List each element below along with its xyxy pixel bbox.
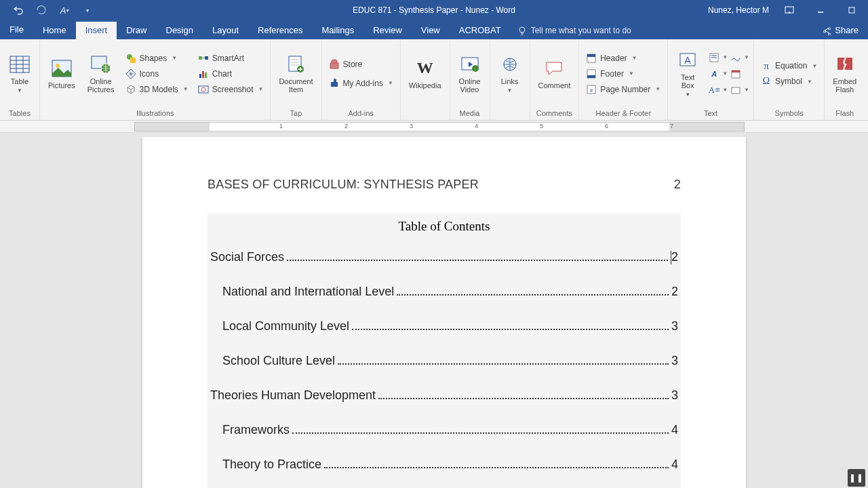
svg-point-3 bbox=[519, 27, 525, 33]
toc-leader-dots bbox=[324, 467, 669, 468]
toc-leader-dots bbox=[378, 398, 669, 399]
qat-overflow-button[interactable]: ▾ bbox=[81, 4, 94, 16]
wordart-icon[interactable]: A bbox=[707, 67, 721, 81]
group-comments: Comment Comments bbox=[530, 39, 580, 120]
chevron-down-icon: ▼ bbox=[183, 86, 189, 92]
chevron-down-icon[interactable]: ▼ bbox=[744, 87, 749, 93]
embed-flash-button[interactable]: Embed Flash bbox=[829, 52, 861, 95]
tab-design[interactable]: Design bbox=[157, 22, 203, 39]
tab-draw[interactable]: Draw bbox=[117, 22, 156, 39]
toc-entry-title: Frameworks bbox=[222, 423, 290, 437]
svg-rect-21 bbox=[202, 71, 204, 78]
group-text: A Text Box ▼ ▼ ▼ A ▼ A≡ ▼ bbox=[668, 39, 754, 120]
links-button[interactable]: Links ▼ bbox=[494, 52, 526, 95]
document-title: EDUC 871 - Synthesis Paper - Nunez - Wor… bbox=[353, 5, 515, 15]
screenshot-button[interactable]: Screenshot▼ bbox=[195, 82, 267, 97]
font-format-button[interactable]: A▾ bbox=[58, 4, 71, 16]
chevron-down-icon: ▼ bbox=[258, 86, 263, 92]
document-item-button[interactable]: Document Item bbox=[275, 52, 317, 95]
tab-layout[interactable]: Layout bbox=[203, 22, 248, 39]
toc-leader-dots bbox=[287, 260, 668, 261]
running-head: BASES OF CURRICULUM: SYNTHESIS PAPER 2 bbox=[208, 178, 681, 192]
svg-text:A: A bbox=[685, 55, 692, 66]
comment-button[interactable]: Comment bbox=[534, 56, 575, 91]
group-addins: Store My Add-ins▼ Add-ins bbox=[322, 39, 401, 120]
tab-acrobat[interactable]: ACROBAT bbox=[450, 22, 511, 39]
3d-models-button[interactable]: 3D Models▼ bbox=[123, 82, 191, 97]
drop-cap-icon[interactable]: A≡ bbox=[707, 83, 721, 97]
toc-entry[interactable]: School Culture Level 3 bbox=[210, 354, 678, 368]
chevron-down-icon[interactable]: ▼ bbox=[744, 54, 749, 60]
share-button[interactable]: Share bbox=[813, 22, 868, 39]
online-pictures-button[interactable]: Online Pictures bbox=[83, 52, 119, 95]
signature-line-icon[interactable] bbox=[729, 51, 743, 64]
toc-entry-page: 2 bbox=[671, 285, 678, 299]
footer-button[interactable]: Footer▼ bbox=[583, 66, 663, 81]
tab-view[interactable]: View bbox=[412, 22, 450, 39]
tab-review[interactable]: Review bbox=[363, 22, 412, 39]
date-time-icon[interactable] bbox=[729, 67, 743, 81]
svg-rect-18 bbox=[199, 56, 202, 60]
my-addins-button[interactable]: My Add-ins▼ bbox=[326, 76, 396, 91]
toc-entry-title: Social Forces bbox=[210, 250, 284, 264]
wikipedia-icon: W bbox=[414, 58, 436, 79]
chart-button[interactable]: Chart bbox=[195, 66, 267, 81]
toc-entry-page: 2 bbox=[671, 250, 678, 264]
wikipedia-button[interactable]: W Wikipedia bbox=[405, 56, 446, 91]
link-icon bbox=[499, 54, 521, 75]
ribbon-display-button[interactable] bbox=[778, 1, 800, 20]
text-box-button[interactable]: A Text Box ▼ bbox=[672, 48, 703, 99]
toc-field[interactable]: Table of Contents Social Forces 2Nationa… bbox=[208, 214, 681, 488]
toc-entry[interactable]: National and International Level 2 bbox=[210, 285, 678, 299]
toc-entry[interactable]: Theories Human Development 3 bbox=[210, 388, 678, 403]
table-button[interactable]: Table ▼ bbox=[4, 52, 35, 95]
symbol-button[interactable]: ΩSymbol▼ bbox=[758, 74, 820, 89]
tab-mailings[interactable]: Mailings bbox=[313, 22, 364, 39]
file-tab[interactable]: File bbox=[0, 20, 33, 39]
icons-button[interactable]: Icons bbox=[123, 66, 191, 81]
object-icon[interactable] bbox=[729, 83, 743, 97]
smartart-button[interactable]: SmartArt bbox=[195, 51, 267, 66]
redo-button[interactable] bbox=[35, 4, 47, 16]
quick-parts-icon[interactable] bbox=[707, 51, 721, 64]
group-media: Online Video Media bbox=[450, 39, 490, 120]
horizontal-ruler[interactable]: 1234567 bbox=[0, 121, 868, 133]
toc-entry-title: Local Community Level bbox=[222, 319, 349, 333]
addins-icon bbox=[329, 78, 340, 89]
svg-rect-2 bbox=[849, 7, 854, 13]
header-icon bbox=[586, 53, 597, 64]
running-head-text: BASES OF CURRICULUM: SYNTHESIS PAPER bbox=[208, 178, 479, 192]
tab-insert[interactable]: Insert bbox=[76, 22, 117, 39]
pi-icon: π bbox=[761, 60, 772, 71]
page-number-icon: # bbox=[586, 84, 597, 95]
chevron-down-icon: ▼ bbox=[807, 79, 812, 85]
minimize-button[interactable] bbox=[810, 1, 831, 20]
lightbulb-icon bbox=[517, 26, 527, 35]
flash-icon bbox=[834, 54, 856, 75]
document-page[interactable]: BASES OF CURRICULUM: SYNTHESIS PAPER 2 T… bbox=[142, 137, 746, 488]
toc-entry[interactable]: Frameworks 4 bbox=[210, 423, 678, 437]
maximize-button[interactable] bbox=[841, 1, 863, 20]
chevron-down-icon[interactable]: ▼ bbox=[722, 54, 728, 60]
text-cursor bbox=[671, 251, 671, 264]
tab-references[interactable]: References bbox=[248, 22, 312, 39]
online-video-button[interactable]: Online Video bbox=[454, 52, 486, 95]
equation-button[interactable]: πEquation▼ bbox=[758, 58, 820, 73]
toc-entry[interactable]: Theory to Practice 4 bbox=[210, 458, 678, 472]
undo-button[interactable] bbox=[12, 4, 24, 16]
toc-entry[interactable]: Social Forces 2 bbox=[210, 250, 678, 264]
user-name[interactable]: Nunez, Hector M bbox=[708, 5, 769, 15]
chevron-down-icon[interactable]: ▼ bbox=[722, 87, 728, 93]
toc-entry-page: 4 bbox=[671, 423, 678, 437]
tab-home[interactable]: Home bbox=[33, 22, 76, 39]
toc-entry[interactable]: Local Community Level 3 bbox=[210, 319, 678, 333]
footer-icon bbox=[586, 68, 597, 79]
chevron-down-icon[interactable]: ▼ bbox=[722, 70, 728, 77]
toc-entry-title: Theory to Practice bbox=[222, 458, 321, 472]
store-button[interactable]: Store bbox=[326, 57, 366, 72]
header-button[interactable]: Header▼ bbox=[583, 51, 663, 66]
tell-me[interactable]: Tell me what you want to do bbox=[517, 22, 631, 39]
page-number-button[interactable]: #Page Number▼ bbox=[583, 82, 663, 97]
shapes-button[interactable]: Shapes▼ bbox=[123, 51, 191, 66]
pictures-button[interactable]: Pictures bbox=[44, 56, 79, 91]
